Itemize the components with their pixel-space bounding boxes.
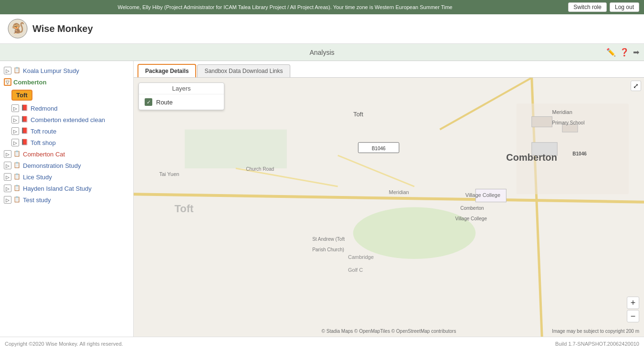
label-toft-route: Toft route (31, 128, 56, 135)
map-zoom-controls: + − (627, 297, 639, 322)
icon-toft-shop: 📕 (21, 139, 29, 146)
toggle-comberton-ext[interactable]: ▷ (11, 116, 19, 124)
toggle-comberton-cat[interactable]: ▷ (4, 150, 11, 158)
label-hayden: Hayden Island Cat Study (23, 185, 92, 192)
label-comberton-cat: Comberton Cat (23, 151, 65, 158)
toggle-koala[interactable]: ▷ (4, 67, 11, 74)
welcome-text: Welcome, Elly Hiby (Project Administrato… (5, 4, 565, 10)
svg-text:Church Road: Church Road (246, 166, 274, 172)
svg-point-3 (353, 207, 476, 259)
label-test: Test study (23, 196, 51, 204)
switch-role-button[interactable]: Switch role (568, 2, 607, 12)
label-redmond: Redmond (31, 105, 57, 112)
icon-lice: 📋 (13, 173, 21, 181)
toggle-toft-route[interactable]: ▷ (11, 127, 19, 135)
map-background: B1046 Toft Co (134, 78, 644, 337)
sidebar-item-toft-route[interactable]: ▷ 📕 Toft route (0, 125, 133, 137)
top-bar: Welcome, Elly Hiby (Project Administrato… (0, 0, 644, 14)
sidebar-item-comberton-cat[interactable]: ▷ 📋 Comberton Cat (0, 148, 133, 160)
fullscreen-button[interactable]: ⤢ (631, 81, 641, 91)
icon-toft-route: 📕 (21, 127, 29, 135)
logo-text: Wise Monkey (32, 23, 93, 34)
sidebar-item-koala[interactable]: ▷ 📋 Koala Lumpur Study (0, 65, 133, 76)
map-attribution-right: Image may be subject to copyright 200 m (552, 329, 639, 334)
label-demo: Demonstration Study (23, 162, 81, 169)
sidebar-item-comberton[interactable]: ▽ Comberton (0, 76, 133, 88)
layers-title: Layers (139, 83, 224, 94)
svg-text:St Andrew (Toft: St Andrew (Toft (312, 237, 345, 242)
zoom-in-button[interactable]: + (627, 297, 639, 309)
footer-build: Build 1.7-SNAPSHOT.20062420010 (555, 341, 639, 347)
footer-copyright: Copyright ©2020 Wise Monkey. All rights … (5, 341, 123, 347)
layers-panel: Layers ✓ Route (138, 82, 224, 110)
icon-hayden: 📋 (13, 185, 21, 192)
icon-comberton-ext: 📕 (21, 116, 29, 124)
analysis-bar: Analysis ✏️ ❓ ➡ (0, 44, 644, 61)
tab-sandbox-data[interactable]: Sandbox Data Download Links (197, 64, 290, 77)
svg-text:Meridian: Meridian (552, 109, 572, 115)
toggle-lice[interactable]: ▷ (4, 173, 11, 181)
label-lice: Lice Study (23, 174, 52, 181)
sidebar-item-hayden[interactable]: ▷ 📋 Hayden Island Cat Study (0, 183, 133, 194)
help-icon[interactable]: ❓ (620, 48, 629, 57)
sidebar-item-lice[interactable]: ▷ 📋 Lice Study (0, 171, 133, 183)
toggle-toft-shop[interactable]: ▷ (11, 139, 19, 146)
log-out-button[interactable]: Log out (610, 2, 639, 12)
svg-text:B1046: B1046 (572, 151, 587, 156)
map-container: B1046 Toft Co (134, 78, 644, 337)
sidebar-item-toft-shop[interactable]: ▷ 📕 Toft shop (0, 137, 133, 148)
svg-text:Golf C: Golf C (348, 267, 363, 273)
svg-text:🐒: 🐒 (11, 21, 25, 34)
toggle-redmond[interactable]: ▷ (11, 104, 19, 112)
sidebar-item-comberton-extended[interactable]: ▷ 📕 Comberton extended clean (0, 114, 133, 125)
tab-package-details[interactable]: Package Details (137, 64, 196, 77)
label-toft: Toft (11, 90, 32, 101)
logo-area: 🐒 Wise Monkey (7, 18, 93, 40)
svg-text:Toft: Toft (353, 111, 363, 118)
label-koala: Koala Lumpur Study (23, 67, 79, 74)
analysis-title: Analysis (309, 49, 334, 56)
svg-text:Primary School: Primary School (552, 120, 585, 125)
svg-text:Parish Church): Parish Church) (312, 247, 344, 252)
svg-text:Comberton: Comberton (460, 206, 484, 211)
label-toft-shop: Toft shop (31, 139, 56, 146)
icon-test: 📋 (13, 196, 21, 204)
edit-icon[interactable]: ✏️ (606, 48, 616, 57)
svg-text:Village College: Village College (465, 192, 500, 198)
route-checkbox[interactable]: ✓ (145, 98, 152, 106)
sidebar-item-redmond[interactable]: ▷ 📕 Redmond (0, 103, 133, 114)
label-comberton: Comberton (13, 79, 46, 86)
svg-rect-5 (185, 130, 287, 168)
analysis-icons: ✏️ ❓ ➡ (606, 48, 639, 57)
study-icon-koala: 📋 (13, 67, 21, 74)
icon-comberton-cat: 📋 (13, 150, 21, 158)
svg-text:Toft: Toft (175, 203, 194, 215)
svg-text:Meridian: Meridian (389, 189, 409, 195)
toggle-hayden[interactable]: ▷ (4, 185, 11, 192)
svg-text:Tai Yuen: Tai Yuen (159, 171, 179, 177)
svg-text:Comberton: Comberton (506, 152, 557, 163)
toggle-demo[interactable]: ▷ (4, 162, 11, 169)
svg-text:B1046: B1046 (372, 146, 386, 151)
main-layout: ▷ 📋 Koala Lumpur Study ▽ Comberton Toft … (0, 61, 644, 337)
sidebar: ▷ 📋 Koala Lumpur Study ▽ Comberton Toft … (0, 61, 134, 337)
svg-text:Cambridge: Cambridge (348, 254, 374, 260)
toggle-test[interactable]: ▷ (4, 196, 11, 204)
layers-content: ✓ Route (139, 94, 224, 110)
svg-rect-15 (532, 116, 552, 127)
toggle-comberton[interactable]: ▽ (4, 78, 11, 86)
label-comberton-ext: Comberton extended clean (31, 116, 105, 124)
header: 🐒 Wise Monkey (0, 14, 644, 44)
route-layer-label: Route (156, 99, 173, 106)
content-area: Package Details Sandbox Data Download Li… (134, 61, 644, 337)
export-icon[interactable]: ➡ (633, 48, 639, 57)
sidebar-item-toft[interactable]: Toft (0, 88, 133, 103)
svg-text:Village College: Village College (455, 216, 487, 221)
footer: Copyright ©2020 Wise Monkey. All rights … (0, 337, 644, 350)
sidebar-item-test[interactable]: ▷ 📋 Test study (0, 194, 133, 206)
icon-demo: 📋 (13, 162, 21, 169)
sidebar-item-demo[interactable]: ▷ 📋 Demonstration Study (0, 160, 133, 171)
svg-rect-16 (562, 124, 578, 132)
zoom-out-button[interactable]: − (627, 310, 639, 322)
tabs-bar: Package Details Sandbox Data Download Li… (134, 61, 644, 78)
